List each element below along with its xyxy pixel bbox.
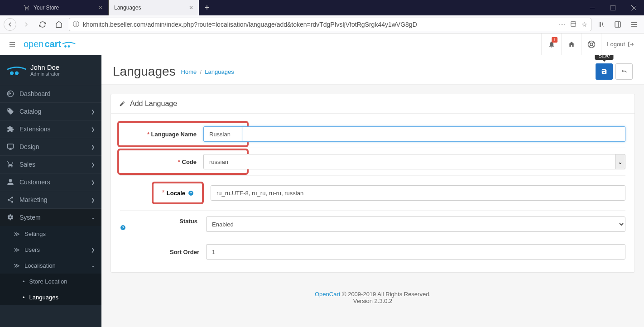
window-close[interactable] bbox=[623, 0, 644, 15]
browser-titlebar: Your Store ✕ Languages ✕ + bbox=[0, 0, 644, 15]
more-icon[interactable]: ⋯ bbox=[559, 21, 565, 28]
sidebar-subsub-languages[interactable]: • Languages bbox=[0, 289, 101, 305]
footer-link[interactable]: OpenCart bbox=[315, 291, 340, 298]
sidebar: John Doe Administrator Dashboard Catalog… bbox=[0, 55, 101, 327]
cancel-button[interactable] bbox=[615, 63, 633, 80]
sidebar-item-catalog[interactable]: Catalog ❯ bbox=[0, 102, 101, 120]
user-icon bbox=[7, 178, 14, 186]
tag-icon bbox=[7, 108, 14, 115]
share-icon bbox=[7, 196, 14, 203]
svg-point-9 bbox=[15, 72, 18, 74]
sidebar-subsub-store-location[interactable]: • Store Location bbox=[0, 274, 101, 289]
tab-close-icon[interactable]: ✕ bbox=[98, 5, 103, 11]
svg-rect-12 bbox=[7, 144, 13, 148]
locale-input[interactable] bbox=[211, 185, 625, 201]
sidebar-item-dashboard[interactable]: Dashboard bbox=[0, 85, 101, 102]
svg-point-11 bbox=[10, 93, 11, 95]
chevron-right-icon: ❯ bbox=[91, 144, 95, 149]
sidebar-sub-localisation[interactable]: ≫ Localisation ⌄ bbox=[0, 258, 101, 274]
chevron-right-icon: ❯ bbox=[91, 127, 95, 132]
window-maximize[interactable] bbox=[602, 0, 623, 15]
notifications-button[interactable]: 1 bbox=[541, 34, 561, 55]
browser-toolbar: ⓘ khomitch.beseller.com/admin/index.php?… bbox=[0, 15, 644, 34]
logout-button[interactable]: Logout bbox=[601, 34, 639, 55]
url-bar[interactable]: ⓘ khomitch.beseller.com/admin/index.php?… bbox=[69, 18, 591, 31]
status-select[interactable]: Enabled bbox=[206, 216, 625, 232]
gear-icon bbox=[7, 214, 14, 221]
code-input[interactable] bbox=[203, 154, 244, 169]
tab-title: Your Store bbox=[34, 5, 59, 11]
menu-icon[interactable] bbox=[628, 18, 640, 31]
menu-toggle[interactable] bbox=[5, 37, 20, 52]
sidebar-sub-settings[interactable]: ≫ Settings bbox=[0, 226, 101, 242]
svg-point-8 bbox=[10, 72, 13, 74]
new-tab-button[interactable]: + bbox=[199, 0, 215, 15]
info-icon[interactable]: ⓘ bbox=[73, 20, 79, 29]
cart-icon bbox=[24, 5, 30, 11]
reader-icon[interactable] bbox=[570, 21, 577, 28]
home-link[interactable] bbox=[561, 34, 581, 55]
reload-button[interactable] bbox=[36, 18, 49, 31]
sidebar-icon[interactable] bbox=[611, 18, 624, 31]
profile-role: Administrator bbox=[30, 71, 60, 77]
sidebar-item-design[interactable]: Design ❯ bbox=[0, 138, 101, 155]
tab-close-icon[interactable]: ✕ bbox=[189, 5, 193, 11]
svg-point-15 bbox=[11, 201, 13, 203]
window-minimize[interactable] bbox=[582, 0, 602, 15]
star-icon[interactable]: ☆ bbox=[582, 21, 587, 28]
svg-text:?: ? bbox=[122, 226, 124, 230]
sub-chevron-icon: ≫ bbox=[14, 262, 20, 269]
chevron-right-icon: ❯ bbox=[91, 247, 95, 252]
help-link[interactable] bbox=[581, 34, 601, 55]
code-dropdown-button[interactable]: ⌄ bbox=[615, 154, 625, 169]
language-name-input-ext[interactable] bbox=[243, 126, 625, 142]
forward-button[interactable] bbox=[20, 18, 33, 31]
sidebar-item-customers[interactable]: Customers ❯ bbox=[0, 173, 101, 191]
sidebar-sub-users[interactable]: ≫ Users ❯ bbox=[0, 242, 101, 258]
footer: OpenCart © 2009-2019 All Rights Reserved… bbox=[101, 282, 644, 313]
browser-tab-0[interactable]: Your Store ✕ bbox=[18, 0, 109, 15]
help-icon[interactable]: ? bbox=[120, 225, 199, 231]
back-button[interactable] bbox=[4, 18, 16, 31]
svg-point-14 bbox=[8, 199, 10, 201]
svg-rect-0 bbox=[590, 8, 595, 8]
opencart-logo[interactable]: opencart bbox=[24, 39, 76, 49]
chevron-down-icon: ⌄ bbox=[91, 215, 95, 220]
library-icon[interactable] bbox=[595, 18, 608, 31]
app-header: opencart 1 Logout bbox=[0, 34, 644, 55]
help-icon[interactable]: ? bbox=[188, 190, 194, 196]
browser-tab-1[interactable]: Languages ✕ bbox=[109, 0, 199, 15]
language-name-input[interactable] bbox=[203, 126, 244, 142]
bullet-icon: • bbox=[23, 294, 25, 301]
home-button[interactable] bbox=[53, 18, 65, 31]
content-area: Languages Home / Languages Save bbox=[101, 55, 644, 327]
sidebar-item-extensions[interactable]: Extensions ❯ bbox=[0, 120, 101, 138]
tab-title: Languages bbox=[114, 5, 141, 11]
sort-order-input[interactable] bbox=[206, 244, 625, 260]
svg-text:?: ? bbox=[190, 191, 192, 195]
save-button[interactable] bbox=[596, 63, 613, 80]
sidebar-item-system[interactable]: System ⌄ bbox=[0, 208, 101, 226]
svg-rect-3 bbox=[615, 22, 620, 27]
page-header: Languages Home / Languages Save bbox=[101, 55, 644, 85]
panel-heading: Add Language bbox=[111, 94, 634, 114]
svg-rect-2 bbox=[571, 21, 576, 26]
save-tooltip: Save bbox=[595, 55, 613, 60]
notification-badge: 1 bbox=[552, 37, 557, 43]
pencil-icon bbox=[119, 101, 125, 107]
chevron-right-icon: ❯ bbox=[91, 109, 95, 114]
sub-chevron-icon: ≫ bbox=[14, 231, 20, 237]
svg-point-13 bbox=[11, 197, 13, 198]
chevron-right-icon: ❯ bbox=[91, 180, 95, 185]
sidebar-item-marketing[interactable]: Marketing ❯ bbox=[0, 191, 101, 208]
desktop-icon bbox=[7, 143, 14, 150]
page-title: Languages bbox=[113, 64, 176, 79]
breadcrumb: Home / Languages bbox=[181, 68, 234, 75]
breadcrumb-home[interactable]: Home bbox=[181, 68, 197, 75]
sidebar-item-sales[interactable]: Sales ❯ bbox=[0, 155, 101, 173]
code-input-ext[interactable] bbox=[243, 154, 615, 169]
breadcrumb-current[interactable]: Languages bbox=[205, 68, 234, 75]
svg-point-4 bbox=[65, 46, 66, 47]
svg-rect-1 bbox=[610, 5, 615, 10]
form-panel: Add Language * Language Name * Code bbox=[111, 94, 635, 273]
